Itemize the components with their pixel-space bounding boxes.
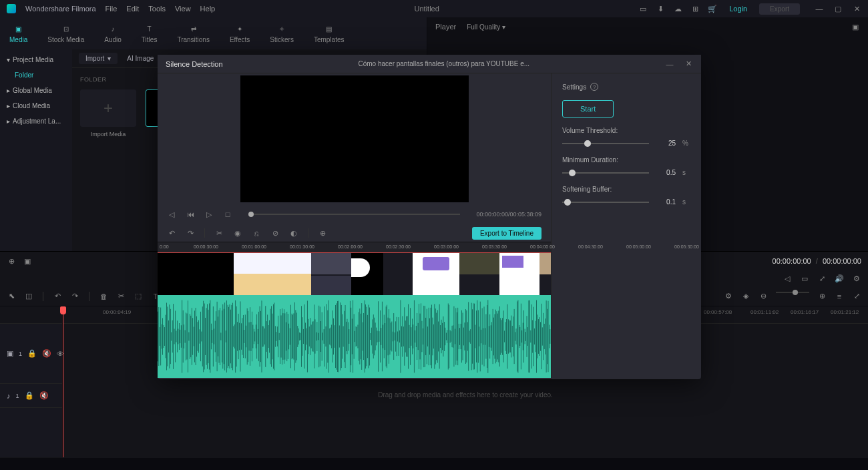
export-to-timeline-button[interactable]: Export to Timeline (472, 227, 541, 240)
svg-rect-203 (354, 314, 355, 359)
svg-rect-327 (474, 304, 475, 370)
svg-rect-276 (425, 306, 425, 367)
undo-icon[interactable]: ↶ (167, 228, 176, 238)
svg-rect-286 (434, 304, 435, 369)
svg-rect-137 (290, 328, 290, 344)
svg-rect-140 (292, 314, 293, 358)
svg-rect-326 (473, 303, 474, 369)
svg-rect-51 (206, 308, 207, 365)
svg-rect-107 (260, 311, 261, 362)
svg-rect-372 (518, 300, 519, 373)
duration-value[interactable]: 0.5 (656, 169, 676, 176)
svg-rect-49 (204, 304, 205, 370)
svg-rect-392 (537, 314, 538, 358)
svg-rect-164 (316, 332, 316, 340)
svg-rect-292 (440, 325, 441, 348)
svg-rect-353 (499, 306, 500, 367)
svg-rect-79 (233, 326, 234, 346)
svg-rect-149 (301, 306, 302, 367)
svg-rect-1 (158, 312, 158, 362)
waveform[interactable] (158, 295, 551, 378)
prev-frame-icon[interactable]: ◁ (167, 210, 176, 219)
svg-rect-29 (185, 330, 186, 342)
svg-rect-321 (468, 302, 469, 371)
svg-rect-128 (281, 315, 282, 357)
step-back-icon[interactable]: ⏮ (186, 210, 195, 219)
svg-rect-19 (175, 310, 176, 362)
svg-rect-81 (235, 300, 236, 373)
svg-rect-33 (189, 332, 190, 341)
duration-slider[interactable] (562, 172, 649, 174)
svg-rect-117 (270, 309, 271, 365)
dialog-close-icon[interactable]: ✕ (684, 59, 693, 69)
svg-rect-234 (384, 314, 385, 358)
dialog-ruler[interactable]: 0:00 00:00:30:00 00:01:00:00 00:01:30:00… (158, 242, 551, 252)
svg-rect-384 (529, 300, 530, 373)
svg-rect-216 (367, 307, 367, 367)
svg-rect-143 (296, 310, 296, 363)
svg-rect-222 (372, 319, 373, 353)
add-marker-icon[interactable]: ⊕ (318, 228, 327, 238)
marker-icon[interactable]: ⊘ (270, 228, 280, 238)
svg-rect-32 (188, 300, 188, 373)
redo-icon[interactable]: ↷ (186, 228, 195, 238)
svg-rect-199 (350, 301, 351, 373)
threshold-value[interactable]: 25 (656, 140, 676, 147)
buffer-slider[interactable] (562, 202, 649, 203)
thumbnails-strip[interactable] (158, 252, 551, 295)
svg-rect-169 (320, 321, 321, 352)
svg-rect-99 (253, 324, 254, 348)
svg-rect-322 (469, 330, 470, 342)
svg-rect-104 (258, 329, 258, 344)
svg-rect-299 (447, 330, 447, 343)
svg-rect-271 (420, 314, 421, 360)
svg-rect-369 (515, 332, 515, 340)
svg-rect-205 (356, 326, 357, 346)
svg-rect-342 (489, 326, 489, 347)
svg-rect-41 (196, 316, 197, 357)
svg-rect-375 (521, 304, 521, 370)
tag-icon[interactable]: ◐ (289, 228, 298, 238)
threshold-slider[interactable] (562, 143, 649, 144)
svg-rect-182 (333, 318, 334, 355)
svg-rect-155 (307, 300, 308, 372)
link-icon[interactable]: ⎌ (252, 228, 261, 238)
svg-rect-31 (187, 314, 188, 360)
svg-rect-391 (536, 300, 537, 373)
svg-rect-63 (218, 316, 218, 356)
svg-rect-354 (500, 318, 501, 355)
stop-icon[interactable]: □ (223, 210, 232, 219)
cut-icon[interactable]: ✂ (214, 228, 224, 238)
svg-rect-284 (433, 318, 433, 356)
svg-rect-131 (284, 309, 284, 364)
svg-rect-119 (272, 314, 273, 360)
svg-rect-368 (514, 309, 515, 364)
svg-rect-349 (495, 310, 496, 364)
svg-rect-256 (405, 320, 406, 352)
svg-rect-293 (441, 320, 442, 353)
svg-rect-100 (254, 329, 254, 344)
start-button[interactable]: Start (562, 100, 614, 118)
svg-rect-364 (510, 320, 511, 352)
hide-icon[interactable]: ◉ (233, 228, 242, 238)
progress-bar[interactable] (248, 214, 460, 215)
play-icon[interactable]: ▷ (204, 210, 214, 219)
svg-rect-26 (182, 300, 182, 373)
svg-rect-304 (452, 326, 453, 347)
svg-rect-240 (390, 318, 391, 355)
buffer-value[interactable]: 0.1 (656, 198, 676, 206)
svg-rect-179 (331, 328, 331, 346)
svg-rect-235 (385, 323, 385, 350)
svg-rect-77 (232, 305, 232, 368)
svg-rect-183 (335, 325, 335, 348)
svg-rect-12 (168, 320, 169, 352)
svg-rect-90 (244, 330, 244, 343)
svg-rect-92 (246, 326, 246, 348)
svg-rect-94 (248, 311, 248, 362)
svg-rect-378 (523, 310, 524, 363)
svg-rect-280 (429, 308, 429, 365)
svg-rect-161 (313, 321, 314, 351)
dialog-minimize-icon[interactable]: — (665, 59, 674, 69)
info-icon[interactable]: ? (590, 83, 598, 91)
svg-rect-279 (427, 326, 428, 346)
